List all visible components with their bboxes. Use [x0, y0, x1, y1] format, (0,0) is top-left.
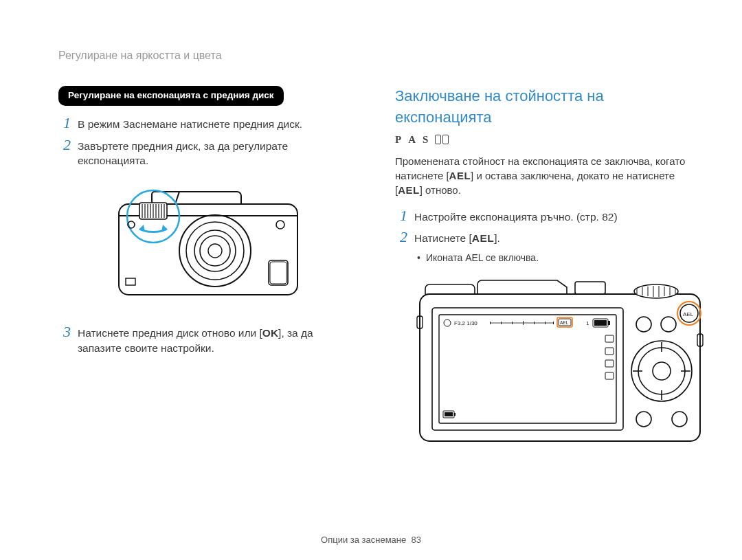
svg-rect-51 — [608, 321, 610, 325]
osd-ael-indicator: AEL — [560, 320, 569, 325]
osd-count: 1 — [586, 320, 589, 326]
svg-point-64 — [661, 317, 676, 332]
camera-back-svg: F3.2 1/30 AEL 1 — [416, 275, 704, 453]
mode-s-icon: S — [423, 133, 428, 147]
svg-point-21 — [276, 221, 284, 229]
right-steps: 1 Настройте експонацията ръчно. (стр. 82… — [395, 208, 694, 265]
svg-rect-23 — [270, 262, 286, 284]
left-step-1: 1 В режим Заснемане натиснете предния ди… — [58, 115, 357, 132]
intro-paragraph: Променената стойност на експонацията се … — [395, 154, 694, 197]
svg-rect-25 — [126, 278, 135, 285]
svg-rect-42 — [501, 322, 502, 324]
svg-rect-53 — [605, 335, 614, 342]
step-number: 1 — [395, 208, 407, 225]
svg-rect-56 — [605, 372, 614, 379]
step2-b: ]. — [494, 232, 500, 244]
video-mode-icon — [435, 135, 449, 144]
mode-indicator: P A S — [395, 133, 694, 147]
intro-c: ] отново. — [420, 184, 461, 196]
section-heading: Заключване на стойността на експонацията — [395, 86, 694, 128]
section-pill: Регулиране на експонацията с предния дис… — [58, 86, 284, 106]
step3-part-a: Натиснете предния диск отново или [ — [78, 327, 262, 339]
ok-key-icon: OK — [262, 327, 278, 339]
left-step-2: 2 Завъртете предния диск, за да регулира… — [58, 137, 357, 168]
right-step-2: 2 Натиснете [AEL]. — [395, 229, 694, 246]
svg-rect-45 — [534, 322, 535, 324]
osd-aperture-shutter: F3.2 1/30 — [454, 320, 477, 326]
ael-key-icon: AEL — [398, 184, 420, 196]
footer-label: Опции за заснемане — [321, 535, 406, 545]
step-text: Натиснете предния диск отново или [OK], … — [78, 324, 357, 355]
step-number: 1 — [58, 115, 71, 132]
bullet-text: Иконата AEL се включва. — [426, 251, 539, 265]
step-text: В режим Заснемане натиснете предния диск… — [78, 115, 302, 132]
svg-rect-52 — [594, 320, 607, 326]
right-step-1: 1 Настройте експонацията ръчно. (стр. 82… — [395, 208, 694, 225]
svg-rect-22 — [269, 260, 288, 285]
svg-point-20 — [208, 244, 222, 258]
list-item: • Иконата AEL се включва. — [417, 251, 694, 265]
footer-page: 83 — [411, 535, 420, 545]
step-text: Настройте експонацията ръчно. (стр. 82) — [414, 208, 618, 225]
svg-point-28 — [634, 284, 678, 298]
left-steps: 1 В режим Заснемане натиснете предния ди… — [58, 115, 357, 355]
right-column: Заключване на стойността на експонацията… — [395, 48, 694, 457]
svg-point-16 — [179, 215, 251, 287]
svg-point-73 — [672, 412, 687, 427]
svg-rect-54 — [605, 348, 614, 355]
page: Регулиране на експонацията с предния дис… — [0, 0, 742, 457]
svg-point-19 — [200, 236, 230, 266]
svg-rect-41 — [490, 322, 491, 324]
left-step-3: 3 Натиснете предния диск отново или [OK]… — [58, 324, 357, 355]
step-number: 2 — [395, 229, 407, 246]
mode-p-icon: P — [395, 133, 401, 147]
step-number: 2 — [58, 137, 71, 168]
svg-point-18 — [194, 230, 236, 271]
mode-a-icon: A — [408, 133, 416, 147]
svg-rect-58 — [454, 413, 456, 416]
bullet-list: • Иконата AEL се включва. — [417, 251, 694, 265]
svg-rect-47 — [553, 322, 554, 324]
svg-rect-38 — [439, 315, 616, 423]
breadcrumb: Регулиране на яркостта и цвета — [58, 48, 222, 63]
svg-rect-44 — [523, 321, 524, 325]
step2-a: Натиснете [ — [414, 232, 472, 244]
page-footer: Опции за заснемане 83 — [0, 534, 742, 546]
step-number: 3 — [58, 324, 71, 355]
svg-point-39 — [444, 320, 451, 326]
ael-key-icon: AEL — [449, 170, 471, 181]
svg-rect-27 — [575, 282, 605, 294]
ael-key-icon: AEL — [472, 232, 495, 244]
svg-point-66 — [638, 348, 685, 394]
svg-point-72 — [636, 412, 651, 427]
left-column: Регулиране на експонацията с предния дис… — [58, 48, 357, 457]
camera-back-illustration: F3.2 1/30 AEL 1 — [395, 275, 715, 457]
svg-rect-43 — [512, 322, 513, 324]
camera-front-svg — [105, 175, 311, 306]
step-text: Натиснете [AEL]. — [414, 229, 500, 246]
svg-rect-59 — [445, 412, 453, 416]
svg-text:AEL: AEL — [683, 311, 694, 317]
svg-rect-55 — [605, 360, 614, 367]
svg-point-67 — [653, 362, 671, 380]
camera-front-illustration — [58, 175, 357, 309]
svg-point-63 — [636, 317, 651, 332]
bullet-icon: • — [417, 251, 420, 265]
step-text: Завъртете предния диск, за да регулирате… — [78, 137, 357, 168]
svg-rect-26 — [420, 294, 700, 441]
svg-rect-46 — [545, 322, 546, 324]
